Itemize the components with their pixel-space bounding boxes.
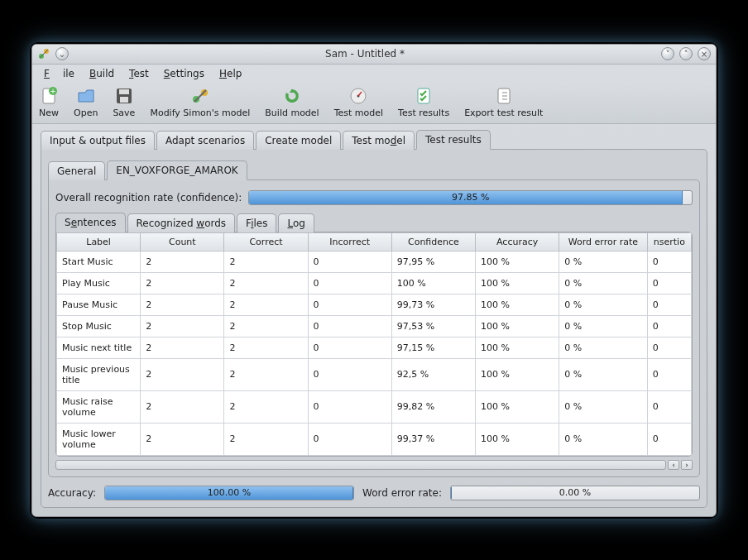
window-menu-button[interactable]: ⌄ (55, 47, 69, 60)
cell-confidence: 97,53 % (391, 315, 475, 337)
cell-incorrect: 0 (308, 315, 391, 337)
cell-incorrect: 0 (308, 423, 391, 455)
export-result-button[interactable]: Export test result (464, 86, 543, 118)
maximize-button[interactable]: ˄ (679, 47, 693, 60)
menu-settings[interactable]: Settings (157, 66, 211, 81)
col-label[interactable]: Label (57, 232, 141, 251)
minimize-button[interactable]: ˅ (661, 47, 674, 60)
open-icon (76, 86, 96, 106)
wer-label: Word error rate: (362, 487, 442, 499)
save-button[interactable]: Save (113, 86, 135, 118)
open-button[interactable]: Open (74, 86, 98, 118)
cell-count: 2 (141, 423, 224, 455)
cell-wer: 0 % (559, 315, 647, 337)
main-tabs: Input & output files Adapt scenarios Cre… (41, 129, 707, 149)
cell-incorrect: 0 (308, 251, 391, 272)
build-icon (282, 86, 302, 106)
cell-correct: 2 (224, 272, 308, 294)
modify-model-button[interactable]: Modify Simon's model (150, 86, 250, 118)
menubar: File Build Test Settings Help (32, 65, 716, 83)
cell-count: 2 (141, 272, 224, 294)
tab-voxforge[interactable]: EN_VOXFORGE_AMAROK (107, 160, 247, 180)
table-row[interactable]: Music next title22097,15 %100 %0 %0 (57, 337, 692, 358)
tab-adapt[interactable]: Adapt scenarios (156, 131, 254, 150)
voxforge-pane: Overall recognition rate (confidence): 9… (48, 179, 700, 477)
table-row[interactable]: Stop Music22097,53 %100 %0 %0 (57, 315, 692, 337)
cell-label: Play Music (57, 272, 141, 294)
cell-incorrect: 0 (308, 358, 391, 390)
cell-ins: 0 (647, 337, 691, 358)
menu-file[interactable]: File (37, 66, 81, 81)
scroll-track[interactable] (55, 460, 666, 470)
col-confidence[interactable]: Confidence (391, 232, 475, 251)
cell-count: 2 (141, 337, 224, 358)
tab-test-results[interactable]: Test results (416, 130, 491, 150)
cell-correct: 2 (224, 358, 308, 390)
table-header-row: Label Count Correct Incorrect Confidence… (57, 232, 692, 251)
new-button[interactable]: + New (39, 86, 59, 118)
cell-label: Music next title (57, 337, 141, 358)
modify-icon (190, 86, 210, 106)
cell-accuracy: 100 % (476, 294, 559, 315)
accuracy-label: Accuracy: (48, 487, 96, 499)
tab-recognized-words[interactable]: Recognized words (127, 213, 236, 232)
test-results-button[interactable]: Test results (398, 86, 449, 118)
cell-correct: 2 (224, 423, 308, 455)
col-count[interactable]: Count (141, 232, 224, 251)
col-wer[interactable]: Word error rate (559, 232, 647, 251)
close-button[interactable]: × (698, 47, 711, 60)
table-row[interactable]: Play Music220100 %100 %0 %0 (57, 272, 692, 294)
col-insertions[interactable]: nsertio (647, 232, 691, 251)
cell-incorrect: 0 (308, 390, 391, 423)
scroll-left[interactable]: ‹ (668, 460, 679, 470)
cell-accuracy: 100 % (476, 272, 559, 294)
col-incorrect[interactable]: Incorrect (308, 232, 391, 251)
table-row[interactable]: Pause Music22099,73 %100 %0 %0 (57, 294, 692, 315)
cell-count: 2 (141, 315, 224, 337)
results-pane: General EN_VOXFORGE_AMAROK Overall recog… (41, 149, 707, 508)
menu-build[interactable]: Build (83, 66, 121, 81)
svg-rect-7 (120, 97, 128, 103)
tab-create[interactable]: Create model (256, 131, 341, 150)
tab-general[interactable]: General (48, 161, 105, 180)
cell-accuracy: 100 % (476, 315, 559, 337)
table-row[interactable]: Start Music22097,95 %100 %0 %0 (57, 251, 692, 272)
cell-incorrect: 0 (308, 294, 391, 315)
cell-label: Music raise volume (57, 390, 141, 423)
col-correct[interactable]: Correct (224, 232, 308, 251)
cell-accuracy: 100 % (476, 337, 559, 358)
cell-count: 2 (141, 358, 224, 390)
build-model-button[interactable]: Build model (265, 86, 319, 118)
menu-help[interactable]: Help (213, 66, 248, 81)
cell-label: Music previous title (57, 358, 141, 390)
table-row[interactable]: Music previous title22092,5 %100 %0 %0 (57, 358, 692, 390)
tab-test-model[interactable]: Test model (343, 131, 415, 150)
cell-count: 2 (141, 294, 224, 315)
cell-ins: 0 (647, 390, 691, 423)
cell-ins: 0 (647, 423, 691, 455)
cell-label: Stop Music (57, 315, 141, 337)
cell-confidence: 97,15 % (391, 337, 475, 358)
menu-test[interactable]: Test (122, 66, 156, 81)
cell-count: 2 (141, 251, 224, 272)
col-accuracy[interactable]: Accuracy (476, 232, 559, 251)
cell-correct: 2 (224, 390, 308, 423)
tab-sentences[interactable]: Sentences (55, 213, 126, 232)
cell-ins: 0 (647, 272, 691, 294)
tab-io[interactable]: Input & output files (41, 131, 155, 150)
scroll-right[interactable]: › (681, 460, 693, 470)
table-row[interactable]: Music lower volume22099,37 %100 %0 %0 (57, 423, 692, 455)
toolbar: + New Open Save Modify Simon's model Bui… (32, 83, 716, 124)
table-hscroll[interactable]: ‹ › (55, 460, 693, 470)
accuracy-bar: 100.00 % (104, 486, 354, 500)
window-title: Sam - Untitled * (69, 48, 661, 60)
table-row[interactable]: Music raise volume22099,82 %100 %0 %0 (57, 390, 692, 423)
tab-log[interactable]: Log (278, 213, 314, 232)
tab-files[interactable]: Files (237, 213, 276, 232)
cell-accuracy: 100 % (476, 390, 559, 423)
cell-count: 2 (141, 390, 224, 423)
results-icon (414, 86, 434, 106)
cell-label: Pause Music (57, 294, 141, 315)
test-model-button[interactable]: Test model (334, 86, 383, 118)
cell-ins: 0 (647, 315, 691, 337)
